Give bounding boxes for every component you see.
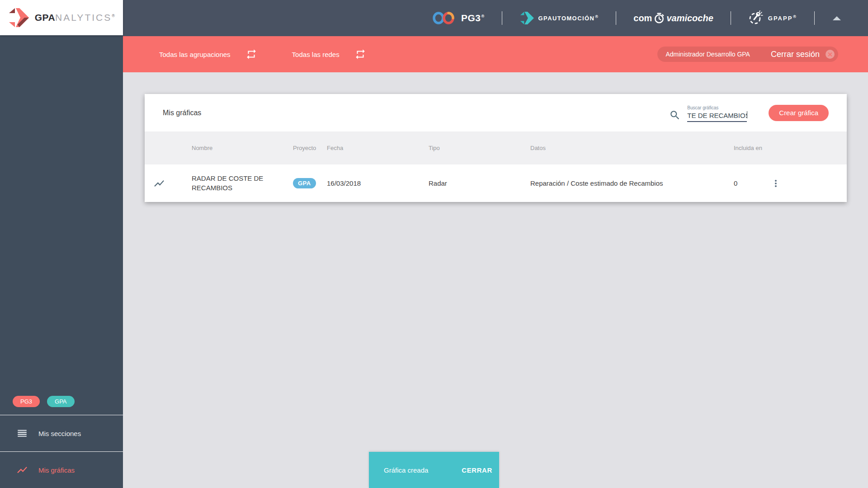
card-header: Mis gráficas Buscar gráficas Crear gráfi…	[145, 94, 847, 131]
gpanalytics-logo[interactable]: GPANALYTICS®	[0, 0, 123, 35]
swap-networks-icon[interactable]	[354, 48, 366, 60]
app-header: PG3® GPAUTOMOCIÓN® com vamicoche GPAPP®	[0, 0, 868, 36]
header-divider	[731, 11, 731, 25]
column-header-incluida-en: Incluida en	[734, 145, 775, 151]
comovamicoche-logo[interactable]: com vamicoche	[633, 12, 713, 24]
pg3-infinity-icon	[432, 11, 456, 25]
sidebar-item-mis-graficas[interactable]: Mis gráficas	[0, 452, 123, 488]
page-title: Mis gráficas	[163, 109, 201, 117]
chart-line-icon	[16, 464, 28, 476]
header-divider	[502, 11, 502, 25]
sidebar-badge-pg3[interactable]: PG3	[13, 396, 40, 407]
networks-filter[interactable]: Todas las redes	[292, 51, 340, 58]
project-badge: GPA	[293, 178, 316, 188]
row-menu-kebab-icon[interactable]	[770, 178, 781, 189]
column-header-nombre: Nombre	[192, 144, 293, 152]
chart-name: RADAR DE COSTE DE RECAMBIOS	[192, 174, 293, 192]
pg3-label: PG3®	[461, 13, 485, 23]
chart-date: 16/03/2018	[327, 179, 429, 187]
search-icon[interactable]	[669, 109, 681, 121]
column-header-proyecto: Proyecto	[293, 145, 327, 151]
sidebar-badges: PG3 GPA	[0, 396, 123, 415]
table-header: Nombre Proyecto Fecha Tipo Datos Incluid…	[145, 131, 847, 164]
column-header-fecha: Fecha	[327, 145, 429, 151]
text-caret	[747, 111, 748, 118]
user-session-pill: Administrador Desarrollo GPA Cerrar sesi…	[657, 47, 838, 62]
chart-data-label: Reparación / Coste estimado de Recambios	[530, 179, 734, 187]
collapse-header-arrow-icon[interactable]	[833, 16, 841, 20]
comovamicoche-label-pre: com	[633, 13, 652, 23]
clock-icon	[653, 12, 665, 24]
gpautomocion-logo[interactable]: GPAUTOMOCIÓN®	[519, 11, 599, 25]
included-in-count: 0	[734, 179, 775, 187]
pg3-logo[interactable]: PG3®	[432, 11, 485, 25]
create-chart-button[interactable]: Crear gráfica	[769, 105, 829, 121]
sidebar: PG3 GPA Mis secciones Mis gráficas	[0, 35, 123, 488]
chart-line-icon	[153, 178, 165, 189]
snackbar: Gráfica creada CERRAR	[369, 452, 499, 488]
swap-groupings-icon[interactable]	[245, 48, 257, 60]
logout-close-icon[interactable]	[826, 50, 835, 59]
header-divider	[814, 11, 815, 25]
filter-bar: Todas las agrupaciones Todas las redes A…	[123, 36, 868, 72]
reorder-icon	[16, 427, 28, 439]
comovamicoche-label-post: vamicoche	[666, 13, 713, 23]
gpapp-logo[interactable]: GPAPP®	[748, 10, 797, 26]
sidebar-badge-gpa[interactable]: GPA	[47, 396, 75, 407]
chart-type: Radar	[429, 179, 530, 187]
search-field-label: Buscar gráficas	[687, 105, 747, 110]
search-field: Buscar gráficas	[687, 105, 747, 122]
gpanalytics-arrow-icon	[8, 8, 29, 27]
groupings-filter[interactable]: Todas las agrupaciones	[159, 51, 231, 58]
logout-button[interactable]: Cerrar sesión	[771, 50, 820, 59]
snackbar-message: Gráfica creada	[384, 466, 428, 474]
gpapp-wrench-icon	[748, 10, 764, 26]
column-header-datos: Datos	[530, 145, 734, 151]
gpanalytics-wordmark: GPANALYTICS®	[35, 12, 115, 23]
sidebar-item-mis-secciones[interactable]: Mis secciones	[0, 415, 123, 451]
column-header-tipo: Tipo	[429, 145, 530, 151]
snackbar-close-button[interactable]: CERRAR	[462, 466, 492, 474]
sidebar-item-label: Mis gráficas	[38, 466, 75, 474]
my-charts-card: Mis gráficas Buscar gráficas Crear gráfi…	[145, 94, 847, 202]
gpautomocion-arrow-icon	[519, 11, 534, 25]
header-divider	[616, 11, 616, 25]
gpautomocion-label: GPAUTOMOCIÓN®	[538, 14, 599, 22]
sidebar-item-label: Mis secciones	[38, 430, 81, 437]
user-name: Administrador Desarrollo GPA	[665, 51, 750, 58]
gpapp-label: GPAPP®	[768, 14, 797, 22]
table-row[interactable]: RADAR DE COSTE DE RECAMBIOS GPA 16/03/20…	[145, 164, 847, 202]
search-input[interactable]	[687, 111, 747, 122]
